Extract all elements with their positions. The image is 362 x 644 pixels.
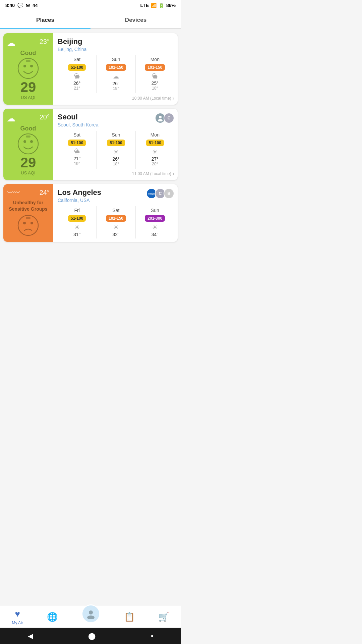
badge-la-sat: 101-150 (106, 215, 126, 222)
forecast-seoul-sun: Sun 51-100 ☀ 26° 18° (97, 131, 135, 169)
city-name-la: Los Angeles (58, 188, 101, 197)
tab-places[interactable]: Places (0, 11, 90, 28)
forecast-la-sat: Sat 101-150 ☀ 32° (97, 206, 135, 238)
weather-icon-seoul-sun: ☀ (113, 148, 119, 156)
location-cards: ☁ 23° Good 29 US AQI Beijing Beijing, Ch… (0, 29, 181, 246)
face-icon-seoul (16, 132, 40, 156)
badge-la-sun: 201-300 (145, 215, 165, 222)
badge-seoul-mon: 51-100 (146, 140, 164, 146)
badge-seoul-sun: 51-100 (107, 140, 125, 146)
face-icon-la (16, 214, 40, 237)
weather-icon-la-sun: ☀ (152, 224, 158, 231)
aqi-label-beijing: Good (20, 50, 36, 57)
local-time-beijing: 10:00 AM (Local time) › (58, 95, 174, 101)
forecast-seoul-sat: Sat 51-100 🌦 21° 19° (58, 131, 97, 169)
aqi-label-la: Unhealthy for Sensitive Groups (7, 200, 50, 212)
weather-icon-beijing-mon: 🌦 (152, 73, 158, 80)
card-losangeles[interactable]: 〰〰 24° Unhealthy for Sensitive Groups Lo… (3, 184, 178, 242)
card-right-la: Los Angeles California, USA NASA C B Fri… (53, 184, 178, 242)
card-right-seoul: Seoul Seoul, South Korea C Sat 51-100 🌦 (53, 109, 178, 180)
badge-la-fri: 51-100 (68, 215, 86, 222)
badge-beijing-mon: 101-150 (145, 64, 165, 71)
svg-point-11 (23, 222, 26, 224)
whatsapp-icon: 💬 (17, 3, 23, 8)
forecast-beijing: Sat 51-100 🌦 26° 21° Sun 101-150 ☁ 26° 1… (58, 55, 174, 93)
svg-point-6 (30, 140, 33, 143)
tab-devices[interactable]: Devices (90, 11, 181, 28)
city-name-beijing: Beijing (58, 37, 86, 46)
weather-icon-la-fri: ☀ (74, 224, 80, 231)
city-region-la: California, USA (58, 198, 101, 203)
status-left: 8:40 💬 ✉ 44 (5, 3, 38, 8)
aqi-unit-beijing: US AQI (21, 95, 35, 100)
forecast-la-sun: Sun 201-300 ☀ 34° (136, 206, 174, 238)
card-left-seoul: ☁ 20° Good 29 US AQI (3, 109, 53, 180)
card-right-beijing: Beijing Beijing, China Sat 51-100 🌦 26° … (53, 33, 178, 105)
avatars-seoul: C (155, 113, 174, 123)
weather-icon-la-sat: ☀ (113, 224, 119, 231)
badge-beijing-sun: 101-150 (106, 64, 126, 71)
badge-seoul-sat: 51-100 (68, 140, 86, 146)
svg-point-5 (23, 140, 26, 143)
svg-point-8 (159, 116, 162, 118)
weather-icon-beijing-sun: ☁ (113, 73, 119, 80)
avatar-b-la: B (164, 188, 174, 199)
chevron-icon-beijing: › (173, 95, 174, 101)
aqi-label-seoul: Good (20, 125, 36, 132)
lte-label: LTE (140, 3, 149, 8)
badge-beijing-sat: 51-100 (68, 64, 86, 71)
city-region-seoul: Seoul, South Korea (58, 122, 98, 127)
svg-point-9 (158, 119, 163, 121)
notification-count: 44 (33, 3, 38, 8)
forecast-seoul: Sat 51-100 🌦 21° 19° Sun 51-100 ☀ 26° 18… (58, 131, 174, 169)
card-beijing[interactable]: ☁ 23° Good 29 US AQI Beijing Beijing, Ch… (3, 33, 178, 105)
face-icon-beijing (16, 57, 40, 80)
status-right: LTE 📶 🔋 86% (140, 3, 176, 8)
svg-rect-13 (26, 217, 31, 219)
gmail-icon: ✉ (26, 3, 30, 8)
card-seoul[interactable]: ☁ 20° Good 29 US AQI Seoul Seoul, South … (3, 109, 178, 180)
aqi-value-seoul: 29 (20, 156, 36, 170)
card-left-la: 〰〰 24° Unhealthy for Sensitive Groups (3, 184, 53, 242)
cloud-icon-beijing: ☁ (7, 38, 15, 48)
weather-icon-seoul-mon: ☀ (152, 148, 158, 156)
avatars-la: NASA C B (146, 188, 174, 199)
avatar-c-seoul: C (164, 113, 174, 123)
svg-point-1 (23, 65, 26, 67)
temp-la: 24° (40, 189, 50, 197)
svg-point-12 (31, 222, 33, 224)
status-bar: 8:40 💬 ✉ 44 LTE 📶 🔋 86% (0, 0, 181, 11)
wave-icon-la: 〰〰 (7, 189, 20, 197)
svg-rect-3 (26, 60, 31, 62)
forecast-beijing-mon: Mon 101-150 🌦 25° 18° (136, 55, 174, 93)
card-left-beijing: ☁ 23° Good 29 US AQI (3, 33, 53, 105)
forecast-la-fri: Fri 51-100 ☀ 31° (58, 206, 97, 238)
aqi-unit-seoul: US AQI (21, 170, 35, 175)
temp-seoul: 20° (40, 113, 50, 121)
city-name-seoul: Seoul (58, 113, 98, 121)
weather-icon-beijing-sat: 🌦 (74, 73, 80, 80)
forecast-seoul-mon: Mon 51-100 ☀ 27° 20° (136, 131, 174, 169)
battery-level: 86% (166, 3, 176, 8)
chevron-icon-seoul: › (173, 171, 174, 177)
forecast-beijing-sun: Sun 101-150 ☁ 26° 19° (97, 55, 135, 93)
svg-point-2 (30, 65, 33, 67)
signal-icon: 📶 (151, 3, 157, 8)
weather-icon-seoul-sat: 🌦 (74, 148, 80, 155)
aqi-value-beijing: 29 (20, 80, 36, 94)
forecast-la: Fri 51-100 ☀ 31° Sat 101-150 ☀ 32° S (58, 206, 174, 238)
svg-rect-7 (26, 136, 31, 138)
local-time-seoul: 11:00 AM (Local time) › (58, 171, 174, 177)
status-time: 8:40 (5, 3, 15, 8)
cloud-icon-seoul: ☁ (7, 113, 15, 124)
city-region-beijing: Beijing, China (58, 47, 86, 52)
tab-bar: Places Devices (0, 11, 181, 29)
battery-icon: 🔋 (159, 3, 164, 8)
forecast-beijing-sat: Sat 51-100 🌦 26° 21° (58, 55, 97, 93)
temp-beijing: 23° (40, 38, 50, 46)
